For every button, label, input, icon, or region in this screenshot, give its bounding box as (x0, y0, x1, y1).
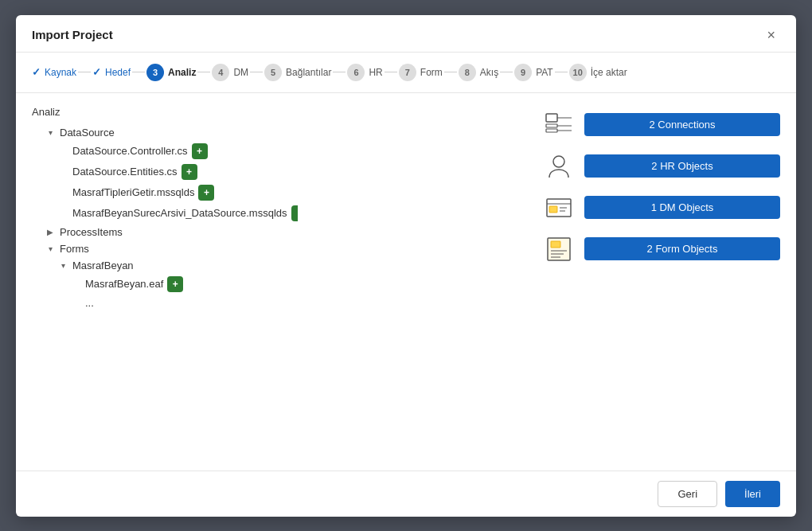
tree-root-label: Analiz (32, 106, 525, 118)
step-label-pat: PAT (536, 67, 553, 78)
connections-icon (541, 109, 576, 141)
dm-icon (541, 192, 576, 224)
step-circle-baglantılar: 5 (264, 64, 282, 81)
step-dm: 4 DM (212, 64, 248, 81)
dialog-footer: Geri İleri (16, 470, 796, 517)
tree-label-ds-controller: DataSource.Controller.cs (72, 145, 188, 157)
step-circle-analiz: 3 (146, 64, 164, 81)
step-form: 7 Form (399, 64, 443, 81)
tree-item-masrafbeyan-eaf[interactable]: ▶ MasrafBeyan.eaf + (70, 274, 525, 295)
badge-masrafbeyan-eaf[interactable]: + (167, 276, 183, 292)
hr-objects-button[interactable]: 2 HR Objects (584, 154, 780, 178)
step-circle-hr: 6 (347, 64, 365, 81)
tree-panel: Analiz ▾ DataSource ▶ DataSource.Control… (32, 106, 525, 458)
svg-rect-0 (546, 114, 557, 122)
caret-datasource[interactable]: ▾ (45, 128, 56, 137)
badge-masraf-types[interactable]: + (198, 185, 214, 201)
svg-rect-15 (551, 241, 560, 248)
stepper: ✓ Kaynak ✓ Hedef 3 Analiz 4 DM 5 Bağlant… (16, 53, 796, 93)
caret-masrafbeyan-folder[interactable]: ▾ (57, 261, 68, 270)
step-baglantılar: 5 Bağlantılar (264, 64, 331, 81)
step-connector-5 (333, 72, 345, 72)
step-hr: 6 HR (347, 64, 382, 81)
hr-icon (541, 150, 576, 182)
svg-rect-11 (549, 206, 557, 213)
step-label-analiz: Analiz (168, 67, 196, 78)
tree-item-datasource[interactable]: ▾ DataSource (45, 124, 525, 141)
form-icon (541, 233, 576, 265)
tree-item-masraf-beyan-ds[interactable]: ▶ MasrafBeyanSurecArsivi_DataSource.mssq… (57, 203, 525, 224)
svg-point-9 (553, 156, 564, 167)
dm-objects-button[interactable]: 1 DM Objects (584, 196, 780, 219)
connections-button[interactable]: 2 Connections (584, 113, 780, 136)
step-connector-6 (385, 72, 397, 72)
tree-label-masrafbeyan-eaf: MasrafBeyan.eaf (85, 278, 163, 290)
stat-row-dm: 1 DM Objects (541, 192, 780, 224)
svg-rect-1 (546, 124, 557, 127)
tree-label-masrafbeyan-folder: MasrafBeyan (72, 260, 134, 271)
caret-forms[interactable]: ▾ (45, 244, 56, 253)
step-label-hr: HR (369, 67, 382, 78)
step-connector-8 (500, 72, 513, 72)
tree-item-ds-entities[interactable]: ▶ DataSource.Entities.cs + (57, 162, 525, 182)
svg-rect-2 (546, 129, 557, 132)
step-circle-akis: 8 (459, 64, 476, 81)
next-button[interactable]: İleri (725, 481, 780, 507)
step-connector-4 (250, 72, 263, 72)
tree-item-processitems[interactable]: ▶ ProcessItems (45, 224, 525, 240)
caret-processitems[interactable]: ▶ (45, 228, 56, 236)
step-label-kaynak: Kaynak (45, 67, 76, 78)
badge-ds-entities[interactable]: + (182, 164, 197, 180)
step-label-form: Form (420, 67, 443, 78)
step-circle-ice-aktar: 10 (569, 64, 587, 81)
tree-label-ds-entities: DataSource.Entities.cs (72, 166, 178, 178)
step-analiz: 3 Analiz (146, 64, 196, 81)
import-project-dialog: Import Project × ✓ Kaynak ✓ Hedef 3 Anal… (16, 15, 796, 517)
step-label-baglantılar: Bağlantılar (286, 67, 331, 78)
stat-row-form: 2 Form Objects (541, 233, 780, 265)
badge-ds-controller[interactable]: + (192, 143, 208, 159)
step-pat: 9 PAT (514, 64, 553, 81)
step-circle-dm: 4 (212, 64, 229, 81)
badge-partial-masraf-beyan-ds[interactable] (291, 205, 298, 221)
step-check-kaynak: ✓ (32, 66, 41, 78)
step-akis: 8 Akış (459, 64, 498, 81)
tree-item-forms[interactable]: ▾ Forms (45, 240, 525, 257)
step-hedef: ✓ Hedef (92, 66, 131, 78)
step-connector-2 (132, 72, 145, 72)
step-circle-form: 7 (399, 64, 416, 81)
step-circle-pat: 9 (514, 64, 532, 81)
dialog-title: Import Project (32, 28, 113, 41)
step-label-ice-aktar: İçe aktar (591, 67, 627, 78)
dialog-header: Import Project × (16, 15, 796, 53)
step-connector-9 (555, 72, 568, 72)
tree-item-masraf-types[interactable]: ▶ MasrafTipleriGetir.mssqlds + (57, 182, 525, 203)
tree-label-datasource: DataSource (60, 127, 115, 139)
tree-item-masrafbeyan-folder[interactable]: ▾ MasrafBeyan (57, 257, 525, 274)
tree-label-masraf-types: MasrafTipleriGetir.mssqlds (72, 186, 194, 198)
tree-item-ds-controller[interactable]: ▶ DataSource.Controller.cs + (57, 141, 525, 162)
step-check-hedef: ✓ (92, 66, 101, 78)
step-label-akis: Akış (480, 67, 498, 78)
tree-label-forms: Forms (60, 243, 89, 255)
step-connector-7 (444, 72, 457, 72)
back-button[interactable]: Geri (658, 481, 717, 507)
tree-label-masraf-beyan-ds: MasrafBeyanSurecArsivi_DataSource.mssqld… (72, 207, 287, 219)
tree-item-more: ▶ ... (70, 295, 525, 311)
dialog-body: Analiz ▾ DataSource ▶ DataSource.Control… (16, 93, 796, 470)
tree-label-processitems: ProcessItems (60, 226, 123, 238)
step-label-dm: DM (233, 67, 248, 78)
step-connector-1 (78, 72, 91, 72)
step-connector-3 (197, 72, 210, 72)
form-objects-button[interactable]: 2 Form Objects (584, 237, 780, 260)
close-button[interactable]: × (762, 26, 780, 44)
stats-panel: 2 Connections 2 HR Objects (541, 106, 780, 458)
step-ice-aktar: 10 İçe aktar (569, 64, 627, 81)
stat-row-hr: 2 HR Objects (541, 150, 780, 182)
stat-row-connections: 2 Connections (541, 109, 780, 141)
step-label-hedef: Hedef (105, 67, 131, 78)
tree-label-more: ... (85, 297, 94, 309)
step-kaynak: ✓ Kaynak (32, 66, 76, 78)
